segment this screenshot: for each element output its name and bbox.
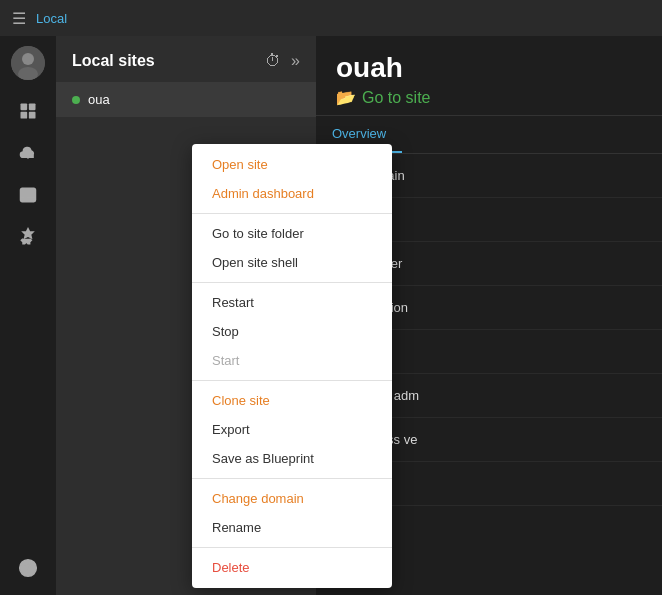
sidebar-item-plugins[interactable] bbox=[11, 220, 45, 254]
context-menu-start[interactable]: Start bbox=[192, 346, 392, 375]
svg-point-1 bbox=[22, 53, 34, 65]
svg-rect-5 bbox=[29, 104, 36, 111]
context-menu-divider-3 bbox=[192, 380, 392, 381]
svg-rect-8 bbox=[21, 188, 36, 201]
context-menu-rename[interactable]: Rename bbox=[192, 513, 392, 542]
content-area: Local sites ⏱ » oua Open site Admin dash… bbox=[56, 36, 662, 595]
context-menu-save-as-blueprint[interactable]: Save as Blueprint bbox=[192, 444, 392, 473]
sidebar-item-help[interactable] bbox=[11, 551, 45, 585]
context-menu-clone-site[interactable]: Clone site bbox=[192, 386, 392, 415]
context-menu-divider-5 bbox=[192, 547, 392, 548]
context-menu-open-site-shell[interactable]: Open site shell bbox=[192, 248, 392, 277]
sidebar-item-cloud[interactable] bbox=[11, 136, 45, 170]
site-name: oua bbox=[88, 92, 110, 107]
context-menu-export[interactable]: Export bbox=[192, 415, 392, 444]
context-menu-delete[interactable]: Delete bbox=[192, 553, 392, 582]
context-menu-restart[interactable]: Restart bbox=[192, 288, 392, 317]
folder-icon: 📂 bbox=[336, 88, 356, 107]
sites-panel-header: Local sites ⏱ » bbox=[56, 36, 316, 82]
history-icon[interactable]: ⏱ bbox=[265, 52, 281, 70]
context-menu-open-site[interactable]: Open site bbox=[192, 150, 392, 179]
sites-panel-icons: ⏱ » bbox=[265, 52, 300, 70]
menu-icon[interactable]: ☰ bbox=[12, 9, 26, 28]
svg-rect-4 bbox=[21, 112, 28, 119]
context-menu: Open site Admin dashboard Go to site fol… bbox=[192, 144, 392, 588]
context-menu-admin-dashboard[interactable]: Admin dashboard bbox=[192, 179, 392, 208]
context-menu-change-domain[interactable]: Change domain bbox=[192, 484, 392, 513]
sidebar-item-sites[interactable] bbox=[11, 94, 45, 128]
context-menu-divider-1 bbox=[192, 213, 392, 214]
sidebar-item-database[interactable] bbox=[11, 178, 45, 212]
detail-header: ouah 📂 Go to site bbox=[316, 36, 662, 116]
svg-rect-3 bbox=[21, 104, 28, 111]
go-to-site-label: Go to site bbox=[362, 89, 430, 107]
title-bar: ☰ Local bbox=[0, 0, 662, 36]
sites-panel: Local sites ⏱ » oua Open site Admin dash… bbox=[56, 36, 316, 595]
svg-point-13 bbox=[28, 572, 29, 573]
context-menu-go-to-site-folder[interactable]: Go to site folder bbox=[192, 219, 392, 248]
context-menu-stop[interactable]: Stop bbox=[192, 317, 392, 346]
site-item[interactable]: oua bbox=[56, 82, 316, 117]
detail-go-to-site-link[interactable]: 📂 Go to site bbox=[336, 88, 642, 107]
detail-site-name: ouah bbox=[336, 52, 642, 84]
context-menu-divider-2 bbox=[192, 282, 392, 283]
avatar[interactable] bbox=[11, 46, 45, 80]
context-menu-divider-4 bbox=[192, 478, 392, 479]
sites-panel-title: Local sites bbox=[72, 52, 155, 70]
left-nav bbox=[0, 36, 56, 595]
svg-rect-6 bbox=[29, 112, 36, 119]
main-layout: Local sites ⏱ » oua Open site Admin dash… bbox=[0, 36, 662, 595]
app-name: Local bbox=[36, 11, 67, 26]
site-status-dot bbox=[72, 96, 80, 104]
collapse-icon[interactable]: » bbox=[291, 52, 300, 70]
